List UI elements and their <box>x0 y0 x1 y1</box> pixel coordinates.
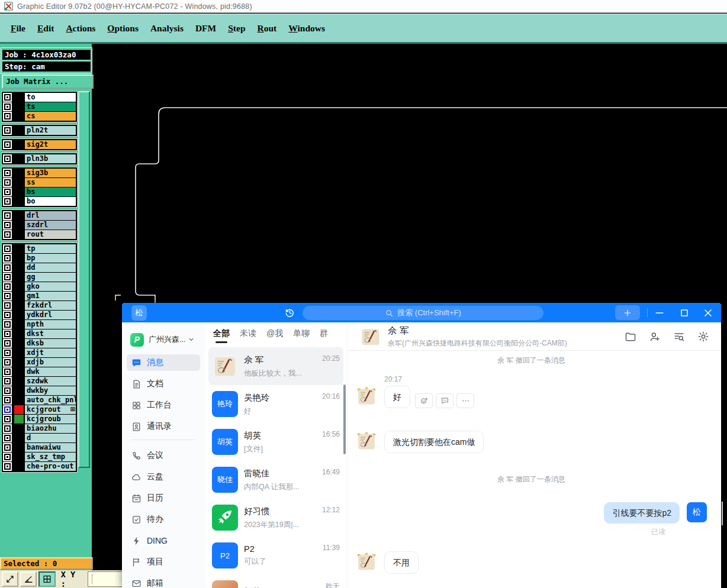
layer-row-biaozhu[interactable]: biaozhu <box>3 424 76 433</box>
zoom-extent-button[interactable] <box>2 571 18 587</box>
layer-row-bs[interactable]: bs <box>3 188 76 196</box>
menu-dfm[interactable]: DFM <box>189 21 222 36</box>
layer-checkbox[interactable] <box>3 348 12 357</box>
layer-row-gm1[interactable]: gm1 <box>3 292 76 301</box>
job-matrix-button[interactable]: Job Matrix ... <box>2 75 94 89</box>
layer-checkbox[interactable] <box>3 292 12 301</box>
menu-edit[interactable]: Edit <box>31 21 60 36</box>
layer-checkbox[interactable] <box>3 434 12 442</box>
sidebar-item-project[interactable]: 项目 <box>127 554 200 570</box>
layer-name[interactable]: biaozhu <box>25 424 76 433</box>
avatar[interactable] <box>212 505 238 531</box>
layer-checkbox[interactable] <box>3 405 12 414</box>
layer-row-rout[interactable]: rout <box>3 230 76 239</box>
layer-checkbox[interactable] <box>3 377 12 386</box>
sidebar-item-calendar[interactable]: 日历 <box>127 490 200 506</box>
layer-name[interactable]: bs <box>25 188 76 196</box>
layer-checkbox[interactable] <box>3 462 12 471</box>
layer-name[interactable]: banwaiwu <box>25 443 76 452</box>
menu-actions[interactable]: Actions <box>60 21 101 36</box>
layer-checkbox[interactable] <box>3 169 12 177</box>
dingtalk-titlebar[interactable]: 松 搜索 (Ctrl+Shift+F) <box>122 303 721 322</box>
layer-row-dwk[interactable]: dwk <box>3 367 76 376</box>
layer-checkbox[interactable] <box>3 339 12 348</box>
layer-checkbox[interactable] <box>3 311 12 319</box>
layer-row-kcjgrout[interactable]: kcjgrout⊞ <box>3 405 76 414</box>
layer-name[interactable]: gg <box>25 273 76 282</box>
layer-name[interactable]: dwkby <box>25 386 76 395</box>
contact-avatar[interactable] <box>356 551 377 573</box>
layer-checkbox[interactable] <box>3 230 12 239</box>
chat-item[interactable]: 刘英昨天 <box>208 574 343 588</box>
layer-name[interactable]: gm1 <box>25 292 76 301</box>
layer-name[interactable]: d <box>25 434 76 442</box>
layer-row-gg[interactable]: gg <box>3 273 76 282</box>
layer-name[interactable]: sig3b <box>25 169 76 177</box>
tab-群[interactable]: 群 <box>320 328 328 339</box>
layer-name[interactable]: szdrl <box>25 221 76 230</box>
layer-row-dd[interactable]: dd <box>3 263 76 272</box>
my-avatar[interactable]: 松 <box>687 502 707 522</box>
chat-item[interactable]: 艳玲吴艳玲好20:16 <box>208 385 343 423</box>
layer-row-d[interactable]: d <box>3 434 76 442</box>
layer-row-drl[interactable]: drl <box>3 211 76 220</box>
layer-row-ts[interactable]: ts <box>3 102 76 111</box>
xy-input[interactable] <box>88 571 126 587</box>
layer-checkbox[interactable] <box>3 320 12 329</box>
layer-name[interactable]: pln3b <box>25 154 76 163</box>
avatar[interactable] <box>212 353 238 379</box>
layer-checkbox[interactable] <box>3 367 12 376</box>
layer-row-fzkdrl[interactable]: fzkdrl <box>3 301 76 310</box>
avatar[interactable]: 艳玲 <box>212 391 238 417</box>
chat-item[interactable]: 晓佳雷晓佳内部QA 让我那...16:49 <box>208 461 343 499</box>
menu-rout[interactable]: Rout <box>252 21 283 36</box>
layer-row-banwaiwu[interactable]: banwaiwu <box>3 443 76 452</box>
avatar[interactable]: 晓佳 <box>212 467 238 493</box>
sidebar-item-mail[interactable]: 邮箱 <box>127 575 200 588</box>
hamburger-icon[interactable] <box>338 329 339 339</box>
menu-windows[interactable]: Windows <box>282 21 331 36</box>
add-person-icon[interactable] <box>649 331 661 343</box>
layer-name[interactable]: bp <box>25 254 76 263</box>
layer-row-tp[interactable]: tp <box>3 244 76 253</box>
layer-row-bp[interactable]: bp <box>3 254 76 263</box>
layer-row-dksb[interactable]: dksb <box>3 339 76 348</box>
contact-avatar[interactable] <box>359 325 382 348</box>
layer-name[interactable]: kcjgrout⊞ <box>25 405 76 414</box>
layer-name[interactable]: to <box>25 93 76 102</box>
layer-name[interactable]: rout <box>25 230 76 239</box>
layer-checkbox[interactable] <box>3 112 12 121</box>
layer-row-pln2t[interactable]: pln2t <box>3 126 76 135</box>
org-selector[interactable]: P 广州兴森... <box>130 331 205 348</box>
chat-item[interactable]: P2P2可以了11:39 <box>208 537 343 574</box>
layer-row-sig2t[interactable]: sig2t <box>3 140 76 149</box>
layer-checkbox[interactable] <box>3 263 12 272</box>
layer-checkbox[interactable] <box>3 443 12 452</box>
layer-row-szdwk[interactable]: szdwk <box>3 377 76 386</box>
layer-checkbox[interactable] <box>3 93 12 102</box>
layer-name[interactable]: fzkdrl <box>25 301 76 310</box>
layer-row-xdjb[interactable]: xdjb <box>3 358 76 367</box>
layer-checkbox[interactable] <box>3 154 12 163</box>
close-button[interactable] <box>702 307 714 319</box>
layer-row-dkst[interactable]: dkst <box>3 329 76 338</box>
sidebar-item-todo[interactable]: 待办 <box>127 511 200 528</box>
layer-name[interactable]: drl <box>25 211 76 220</box>
dots-button[interactable] <box>456 393 474 408</box>
avatar[interactable] <box>212 580 238 588</box>
layer-name[interactable]: tp <box>25 244 76 253</box>
contact-avatar[interactable] <box>356 386 377 407</box>
layer-row-ydkdrl[interactable]: ydkdrl <box>3 311 76 319</box>
layer-checkbox[interactable] <box>3 282 12 291</box>
layer-name[interactable]: dkst <box>25 329 76 338</box>
settings-icon[interactable] <box>697 331 709 343</box>
sidebar-item-meeting[interactable]: 会议 <box>127 447 200 464</box>
layer-name[interactable]: sk_sz_tmp <box>25 453 76 461</box>
maximize-button[interactable] <box>678 307 690 319</box>
smile-plus-button[interactable] <box>415 393 433 408</box>
tab-未读[interactable]: 未读 <box>240 328 256 339</box>
layer-name[interactable]: dksb <box>25 339 76 348</box>
tab-全部[interactable]: 全部 <box>213 328 230 339</box>
layer-name[interactable]: che-pro-out <box>25 462 76 471</box>
avatar[interactable]: 胡英 <box>212 429 238 455</box>
